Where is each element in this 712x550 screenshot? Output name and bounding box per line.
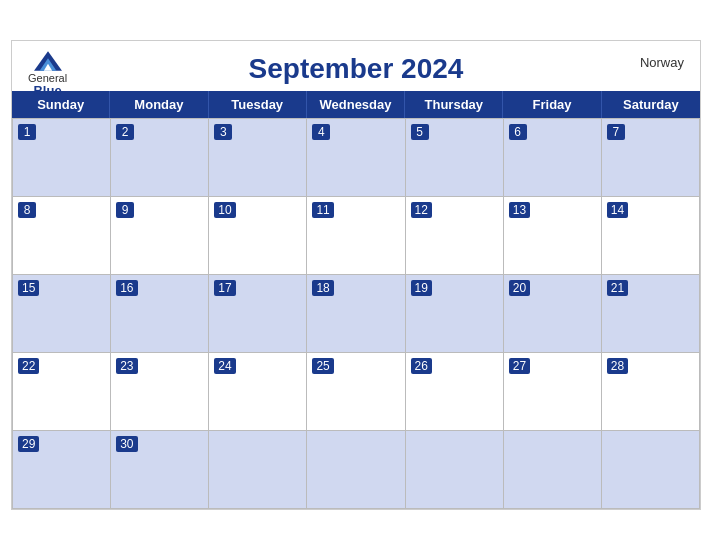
header-friday: Friday xyxy=(503,91,601,118)
day-cell: 18 xyxy=(307,274,405,352)
day-cell: 2 xyxy=(111,118,209,196)
day-number: 22 xyxy=(18,358,39,374)
day-cell xyxy=(209,430,307,508)
day-number: 21 xyxy=(607,280,628,296)
day-number: 15 xyxy=(18,280,39,296)
day-cell: 11 xyxy=(307,196,405,274)
day-cell: 14 xyxy=(602,196,700,274)
day-cell: 4 xyxy=(307,118,405,196)
header-monday: Monday xyxy=(110,91,208,118)
day-cell: 9 xyxy=(111,196,209,274)
day-cell: 1 xyxy=(13,118,111,196)
day-number: 23 xyxy=(116,358,137,374)
day-number: 1 xyxy=(18,124,36,140)
day-cell: 5 xyxy=(406,118,504,196)
day-number: 25 xyxy=(312,358,333,374)
day-cell xyxy=(307,430,405,508)
country-label: Norway xyxy=(640,55,684,70)
day-cell: 19 xyxy=(406,274,504,352)
day-number: 2 xyxy=(116,124,134,140)
day-number: 6 xyxy=(509,124,527,140)
day-number: 18 xyxy=(312,280,333,296)
header-wednesday: Wednesday xyxy=(307,91,405,118)
day-number: 5 xyxy=(411,124,429,140)
day-number: 16 xyxy=(116,280,137,296)
day-cell: 21 xyxy=(602,274,700,352)
day-number: 28 xyxy=(607,358,628,374)
day-cell: 7 xyxy=(602,118,700,196)
day-cell xyxy=(602,430,700,508)
day-number: 29 xyxy=(18,436,39,452)
day-number: 8 xyxy=(18,202,36,218)
day-number: 3 xyxy=(214,124,232,140)
logo-icon xyxy=(34,51,62,71)
day-number: 17 xyxy=(214,280,235,296)
day-cell: 23 xyxy=(111,352,209,430)
calendar-grid: 1234567891011121314151617181920212223242… xyxy=(12,118,700,509)
day-cell: 16 xyxy=(111,274,209,352)
day-cell: 28 xyxy=(602,352,700,430)
day-cell xyxy=(504,430,602,508)
day-cell: 13 xyxy=(504,196,602,274)
header-thursday: Thursday xyxy=(405,91,503,118)
day-number: 27 xyxy=(509,358,530,374)
day-cell: 12 xyxy=(406,196,504,274)
header-saturday: Saturday xyxy=(602,91,700,118)
day-number: 12 xyxy=(411,202,432,218)
day-cell: 29 xyxy=(13,430,111,508)
day-number: 10 xyxy=(214,202,235,218)
day-number: 4 xyxy=(312,124,330,140)
day-cell: 30 xyxy=(111,430,209,508)
day-cell: 3 xyxy=(209,118,307,196)
day-number: 9 xyxy=(116,202,134,218)
day-number: 30 xyxy=(116,436,137,452)
logo-blue-text: Blue xyxy=(33,84,61,97)
day-cell: 24 xyxy=(209,352,307,430)
day-number: 7 xyxy=(607,124,625,140)
day-headers: Sunday Monday Tuesday Wednesday Thursday… xyxy=(12,91,700,118)
day-cell: 20 xyxy=(504,274,602,352)
day-number: 20 xyxy=(509,280,530,296)
day-number: 19 xyxy=(411,280,432,296)
day-cell: 15 xyxy=(13,274,111,352)
calendar-header: General Blue September 2024 Norway xyxy=(12,41,700,91)
day-cell: 8 xyxy=(13,196,111,274)
day-cell: 26 xyxy=(406,352,504,430)
month-title: September 2024 xyxy=(249,53,464,85)
day-cell: 6 xyxy=(504,118,602,196)
day-number: 11 xyxy=(312,202,333,218)
day-cell: 27 xyxy=(504,352,602,430)
day-number: 26 xyxy=(411,358,432,374)
logo-area: General Blue xyxy=(28,51,67,97)
day-cell: 10 xyxy=(209,196,307,274)
day-cell: 22 xyxy=(13,352,111,430)
day-cell: 17 xyxy=(209,274,307,352)
header-tuesday: Tuesday xyxy=(209,91,307,118)
day-cell: 25 xyxy=(307,352,405,430)
day-number: 24 xyxy=(214,358,235,374)
day-number: 13 xyxy=(509,202,530,218)
calendar: General Blue September 2024 Norway Sunda… xyxy=(11,40,701,510)
day-number: 14 xyxy=(607,202,628,218)
day-cell xyxy=(406,430,504,508)
